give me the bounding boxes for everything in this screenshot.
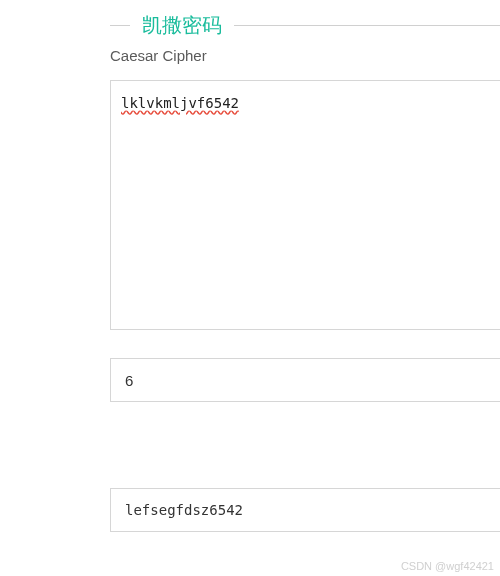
shift-input[interactable]: 6 — [110, 358, 500, 402]
ciphertext-value: lklvkmljvf6542 — [121, 95, 239, 111]
ciphertext-input[interactable]: lklvkmljvf6542 — [110, 80, 500, 330]
shift-value: 6 — [125, 372, 133, 389]
cipher-tool-container: 凯撒密码 Caesar Cipher lklvkmljvf6542 6 lefs… — [0, 12, 500, 532]
title-row: 凯撒密码 — [110, 12, 500, 39]
divider-left — [110, 25, 130, 26]
page-title: 凯撒密码 — [142, 12, 222, 39]
watermark: CSDN @wgf42421 — [401, 560, 494, 572]
divider-right — [234, 25, 500, 26]
page-subtitle: Caesar Cipher — [110, 47, 500, 64]
plaintext-output[interactable]: lefsegfdsz6542 — [110, 488, 500, 532]
plaintext-value: lefsegfdsz6542 — [125, 502, 243, 518]
